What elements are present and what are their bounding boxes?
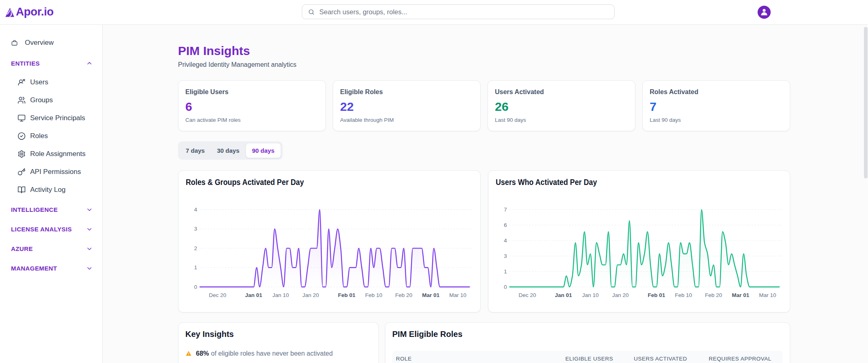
svg-text:4: 4 (194, 207, 197, 213)
svg-text:Mar 10: Mar 10 (449, 292, 466, 298)
svg-text:3: 3 (194, 226, 197, 232)
svg-text:Jan 01: Jan 01 (245, 292, 263, 298)
svg-text:1: 1 (504, 268, 507, 275)
svg-text:Mar 10: Mar 10 (759, 292, 776, 298)
svg-text:2: 2 (194, 245, 197, 251)
svg-text:Feb 01: Feb 01 (648, 292, 665, 298)
svg-text:Jan 10: Jan 10 (272, 292, 289, 298)
svg-text:Dec 20: Dec 20 (519, 292, 536, 298)
svg-text:7: 7 (504, 207, 507, 213)
svg-text:6: 6 (504, 222, 507, 228)
svg-text:3: 3 (504, 253, 507, 259)
svg-text:Feb 10: Feb 10 (365, 292, 382, 298)
svg-text:0: 0 (194, 284, 197, 290)
svg-text:0: 0 (504, 284, 507, 290)
svg-text:Feb 10: Feb 10 (675, 292, 692, 298)
svg-text:1: 1 (194, 264, 197, 271)
svg-text:Feb 20: Feb 20 (705, 292, 722, 298)
svg-text:Jan 10: Jan 10 (582, 292, 599, 298)
svg-text:Mar 01: Mar 01 (732, 292, 749, 298)
svg-text:Feb 01: Feb 01 (338, 292, 356, 298)
svg-text:Jan 01: Jan 01 (555, 292, 572, 298)
svg-text:Dec 20: Dec 20 (209, 292, 226, 298)
svg-text:4: 4 (504, 238, 507, 244)
svg-text:Jan 20: Jan 20 (303, 292, 319, 298)
svg-text:Feb 20: Feb 20 (395, 292, 412, 298)
svg-text:Mar 01: Mar 01 (422, 292, 439, 298)
svg-text:Jan 20: Jan 20 (612, 292, 629, 298)
